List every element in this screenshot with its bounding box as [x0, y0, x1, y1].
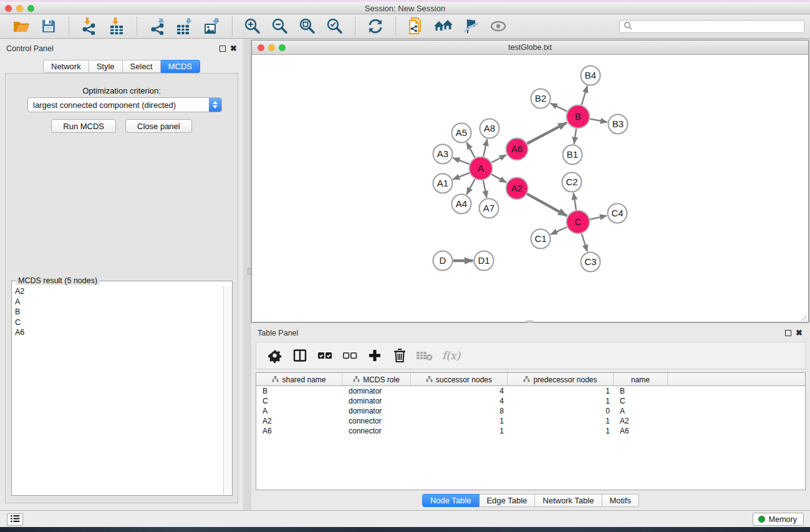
network-node-B1[interactable]: B1 — [563, 145, 582, 165]
network-node-A4[interactable]: A4 — [452, 195, 471, 214]
zoom-in-icon[interactable] — [242, 16, 263, 36]
network-canvas[interactable]: B4B2BB3A5A8A6B1A3AC2A1A2A4A7C4CC1C3DD1 — [253, 56, 808, 322]
save-icon[interactable] — [38, 16, 59, 36]
column-header-name[interactable]: name — [614, 373, 668, 386]
network-node-C2[interactable]: C2 — [562, 173, 582, 192]
result-list-item[interactable]: B — [12, 307, 223, 317]
table-cell[interactable]: 1 — [508, 426, 614, 436]
close-panel-button[interactable]: Close panel — [125, 119, 192, 133]
table-row[interactable]: A6connector11A6 — [256, 426, 805, 436]
node-table[interactable]: shared nameMCDS rolesuccessor nodesprede… — [256, 372, 806, 490]
table-cell[interactable]: dominator — [342, 396, 411, 406]
table-cell[interactable]: dominator — [342, 386, 411, 396]
table-cell[interactable]: 1 — [508, 416, 614, 426]
function-builder-icon[interactable]: f(x) — [442, 349, 460, 362]
table-row[interactable]: Cdominator41C — [256, 396, 805, 406]
zoom-fit-icon[interactable] — [297, 16, 318, 36]
table-cell[interactable]: A — [256, 406, 342, 416]
network-node-A8[interactable]: A8 — [480, 119, 499, 138]
result-scrollbar[interactable] — [223, 286, 231, 495]
table-cell[interactable]: connector — [342, 416, 411, 426]
network-node-D1[interactable]: D1 — [475, 251, 494, 271]
table-row[interactable]: Adominator80A — [256, 406, 805, 416]
table-cell[interactable]: 4 — [411, 386, 508, 396]
result-list-item[interactable]: A2 — [12, 286, 223, 297]
export-table-icon[interactable] — [174, 16, 195, 36]
tab-network-table[interactable]: Network Table — [535, 494, 602, 507]
network-node-A[interactable]: A — [470, 157, 493, 180]
mcds-result-list[interactable]: A2ABCA6 — [12, 286, 223, 495]
table-cell[interactable]: C — [256, 396, 342, 406]
table-cell[interactable]: connector — [342, 426, 411, 436]
gear-icon[interactable] — [264, 346, 286, 365]
clone-network-icon[interactable] — [405, 16, 427, 36]
table-cell[interactable]: A — [614, 406, 668, 416]
main-titlebar[interactable]: Session: New Session — [0, 2, 810, 14]
table-cell[interactable]: A6 — [256, 426, 342, 436]
network-node-C3[interactable]: C3 — [581, 253, 600, 272]
columns-icon[interactable] — [289, 346, 311, 365]
memory-button[interactable]: Memory — [753, 513, 804, 526]
table-cell[interactable]: 1 — [508, 396, 614, 406]
float-panel-icon[interactable] — [219, 46, 226, 52]
network-node-A7[interactable]: A7 — [480, 199, 499, 218]
unselect-all-icon[interactable] — [339, 346, 360, 365]
delete-table-icon[interactable] — [414, 346, 435, 365]
network-node-A2[interactable]: A2 — [506, 178, 528, 200]
task-history-button[interactable] — [7, 513, 23, 526]
network-node-B2[interactable]: B2 — [531, 89, 551, 109]
tab-select[interactable]: Select — [123, 60, 161, 73]
table-cell[interactable]: 4 — [411, 396, 508, 406]
table-cell[interactable]: 8 — [411, 406, 508, 416]
tab-node-table[interactable]: Node Table — [422, 494, 480, 507]
trash-icon[interactable] — [389, 346, 410, 365]
tab-mcds[interactable]: MCDS — [161, 60, 200, 73]
tab-network[interactable]: Network — [43, 60, 89, 73]
column-header-MCDS-role[interactable]: MCDS role — [342, 373, 411, 386]
result-list-item[interactable]: C — [12, 317, 223, 328]
import-network-icon[interactable] — [79, 16, 100, 36]
tab-edge-table[interactable]: Edge Table — [479, 494, 535, 507]
column-header-predecessor-nodes[interactable]: predecessor nodes — [508, 373, 614, 386]
float-panel-icon[interactable] — [785, 330, 791, 336]
table-cell[interactable]: 0 — [508, 406, 614, 416]
table-cell[interactable]: 1 — [411, 426, 508, 436]
search-input[interactable] — [632, 22, 804, 31]
export-network-icon[interactable] — [147, 16, 168, 36]
optimization-criterion-dropdown[interactable]: largest connected component (directed) — [27, 97, 222, 112]
home-icon[interactable] — [433, 16, 454, 36]
network-node-C[interactable]: C — [567, 211, 590, 234]
network-node-B[interactable]: B — [567, 105, 590, 128]
network-node-C4[interactable]: C4 — [608, 204, 627, 223]
table-cell[interactable]: A6 — [614, 426, 668, 436]
table-row[interactable]: Bdominator41B — [256, 386, 805, 396]
refresh-icon[interactable] — [365, 16, 386, 36]
column-header-successor-nodes[interactable]: successor nodes — [411, 373, 508, 386]
network-node-A5[interactable]: A5 — [452, 123, 471, 143]
result-list-item[interactable]: A — [12, 297, 223, 307]
table-cell[interactable]: B — [256, 386, 342, 396]
hide-details-icon[interactable] — [460, 16, 481, 36]
import-table-icon[interactable] — [106, 16, 127, 36]
network-view-window[interactable]: testGlobe.txt B4B2BB3A5A8A6B1A3AC2A1A2A4… — [251, 40, 809, 322]
network-window-titlebar[interactable]: testGlobe.txt — [252, 41, 808, 55]
network-node-D[interactable]: D — [433, 251, 453, 271]
tab-style[interactable]: Style — [89, 60, 123, 73]
run-mcds-button[interactable]: Run MCDS — [51, 119, 116, 133]
column-header-shared-name[interactable]: shared name — [256, 373, 342, 386]
table-cell[interactable]: B — [614, 386, 668, 396]
zoom-selected-icon[interactable] — [324, 16, 345, 36]
splitter-handle[interactable] — [248, 268, 251, 274]
network-node-B3[interactable]: B3 — [609, 115, 628, 134]
plus-icon[interactable] — [364, 346, 385, 365]
select-all-icon[interactable] — [314, 346, 335, 365]
eye-icon[interactable] — [488, 16, 509, 36]
table-row[interactable]: A2connector11A2 — [256, 416, 805, 426]
table-cell[interactable]: dominator — [342, 406, 411, 416]
search-box[interactable] — [619, 20, 804, 33]
network-node-A1[interactable]: A1 — [433, 174, 453, 193]
table-cell[interactable]: A2 — [614, 416, 668, 426]
network-node-C1[interactable]: C1 — [531, 230, 551, 249]
close-panel-icon[interactable]: ✖ — [230, 44, 237, 53]
result-list-item[interactable]: A6 — [12, 327, 223, 338]
